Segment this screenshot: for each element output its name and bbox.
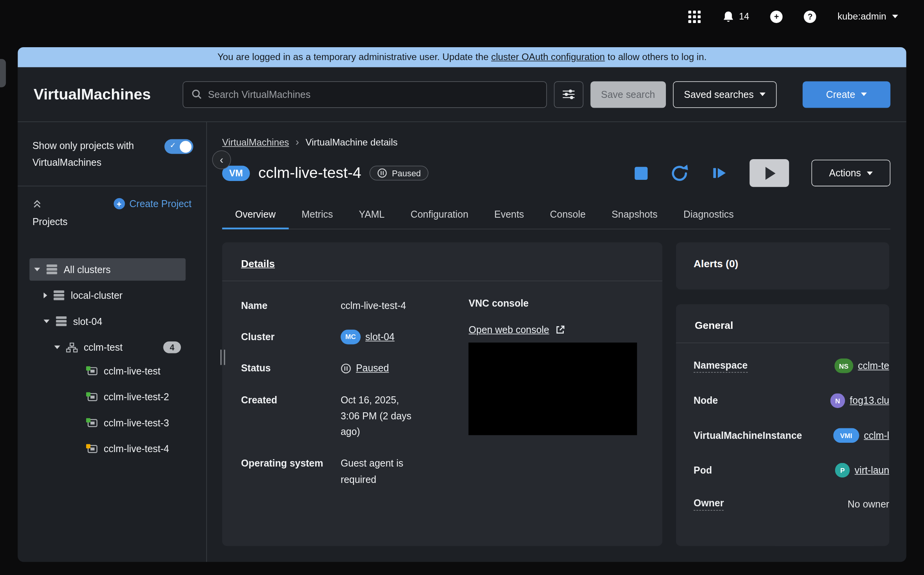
- tree-item-vm-4[interactable]: cclm-live-test-4: [30, 440, 186, 462]
- vm-paused-icon: [86, 444, 98, 454]
- detail-row-os: Operating system Guest agent is required: [241, 455, 433, 487]
- oauth-config-link[interactable]: cluster OAuth configuration: [491, 52, 605, 62]
- breadcrumb-current: VirtualMachine details: [306, 137, 398, 147]
- namespace-link[interactable]: cclm-te: [858, 360, 889, 372]
- chevron-right-icon: ›: [296, 136, 299, 149]
- restart-button[interactable]: [670, 163, 689, 182]
- banner-text-pre: You are logged in as a temporary adminis…: [218, 52, 491, 62]
- right-column: Alerts (0) General Namespace NS: [676, 242, 889, 546]
- sliders-icon: [562, 89, 575, 99]
- banner-text-post: to allow others to log in.: [605, 52, 707, 62]
- tab-overview[interactable]: Overview: [222, 201, 289, 229]
- cluster-link[interactable]: slot-04: [365, 329, 395, 345]
- tree-item-cclm-test[interactable]: cclm-test 4: [30, 336, 186, 358]
- grid-icon: [688, 10, 701, 23]
- play-button[interactable]: [750, 159, 789, 187]
- tree-item-vm-3[interactable]: cclm-live-test-3: [30, 414, 186, 436]
- notifications-button[interactable]: 14: [722, 10, 749, 23]
- chevron-down-icon: [44, 319, 50, 323]
- overview-cards: Details Name cclm-live-test-4 Cluster: [222, 242, 890, 546]
- managed-cluster-badge: MC: [341, 330, 361, 344]
- details-list: Name cclm-live-test-4 Cluster MC slot-04: [241, 298, 433, 487]
- detail-row-created: Created Oct 16, 2025, 3:06 PM (2 days ag…: [241, 392, 433, 440]
- create-button[interactable]: Create: [803, 81, 890, 108]
- advanced-search-button[interactable]: [554, 81, 584, 108]
- vnc-console-section: VNC console Open web console: [469, 298, 643, 487]
- tab-events[interactable]: Events: [481, 201, 537, 229]
- tab-diagnostics[interactable]: Diagnostics: [671, 201, 747, 229]
- saved-searches-button[interactable]: Saved searches: [673, 81, 777, 108]
- vmi-label: VirtualMachineInstance: [694, 430, 802, 441]
- vm-name-title: cclm-live-test-4: [258, 164, 361, 182]
- alerts-card: Alerts (0): [676, 242, 889, 289]
- vm-running-icon: [86, 418, 98, 428]
- sidebar-resize-handle[interactable]: [220, 350, 225, 365]
- chevron-down-icon: [861, 92, 867, 96]
- tab-snapshots[interactable]: Snapshots: [598, 201, 670, 229]
- owner-label[interactable]: Owner: [694, 498, 724, 511]
- breadcrumb-virtualmachines[interactable]: VirtualMachines: [222, 137, 289, 147]
- search-icon: [191, 89, 202, 99]
- general-row-namespace: Namespace NS cclm-te: [694, 358, 889, 373]
- actions-dropdown[interactable]: Actions: [811, 160, 890, 186]
- pod-label: Pod: [694, 465, 712, 476]
- user-menu[interactable]: kube:admin: [837, 11, 898, 22]
- general-row-pod: Pod P virt-laun: [694, 463, 889, 478]
- tree-item-local-cluster[interactable]: local-cluster: [30, 284, 186, 307]
- collapse-all-icon[interactable]: [32, 199, 42, 208]
- app-body: Show only projects with VirtualMachines …: [18, 121, 906, 562]
- node-badge: N: [830, 393, 845, 408]
- chevron-down-icon: [759, 92, 765, 96]
- tab-configuration[interactable]: Configuration: [398, 201, 481, 229]
- search-field[interactable]: [182, 81, 547, 108]
- tab-console[interactable]: Console: [537, 201, 598, 229]
- plus-circle-icon: +: [770, 10, 783, 23]
- vnc-preview[interactable]: [469, 343, 637, 435]
- open-web-console-link[interactable]: Open web console: [469, 324, 643, 335]
- help-button[interactable]: ?: [804, 10, 816, 23]
- details-card-title[interactable]: Details: [241, 258, 275, 270]
- projects-header: + Create Project Projects: [18, 186, 206, 228]
- toolbar: VirtualMachines Save search: [18, 67, 906, 121]
- pod-link[interactable]: virt-laun: [855, 465, 889, 476]
- tree-item-vm-1[interactable]: cclm-live-test: [30, 362, 186, 384]
- unpause-button[interactable]: [711, 165, 727, 181]
- masthead: 14 + ? kube:admin: [0, 0, 924, 33]
- pause-circle-icon: [341, 363, 351, 374]
- projects-sidebar: Show only projects with VirtualMachines …: [18, 122, 207, 562]
- vmi-link[interactable]: cclm-l: [864, 430, 889, 441]
- tab-yaml[interactable]: YAML: [346, 201, 398, 229]
- pause-circle-icon: [377, 168, 387, 178]
- vm-action-buttons: Actions: [635, 159, 890, 187]
- sidebar-collapse-button[interactable]: ‹: [212, 150, 231, 169]
- vnc-console-title: VNC console: [469, 298, 643, 309]
- stop-button[interactable]: [635, 167, 648, 179]
- page-title: VirtualMachines: [34, 85, 151, 103]
- vm-count-badge: 4: [163, 341, 181, 353]
- alerts-card-title: Alerts (0): [694, 258, 738, 270]
- toggle-knob: [180, 140, 191, 152]
- create-project-button[interactable]: + Create Project: [113, 198, 191, 209]
- check-icon: ✓: [170, 141, 176, 150]
- notification-count: 14: [739, 11, 749, 22]
- status-badge: Paused: [370, 166, 428, 181]
- tab-metrics[interactable]: Metrics: [289, 201, 346, 229]
- quick-create-button[interactable]: +: [770, 10, 783, 23]
- save-search-button[interactable]: Save search: [590, 81, 666, 108]
- status-link[interactable]: Paused: [356, 360, 389, 376]
- vm-running-icon: [86, 366, 98, 376]
- owner-value: No owner: [848, 499, 889, 510]
- drawer-handle[interactable]: [0, 59, 6, 87]
- cluster-icon: [55, 316, 67, 327]
- tree-item-all-clusters[interactable]: All clusters: [30, 258, 186, 280]
- project-icon: [66, 343, 78, 353]
- tree-item-slot-04[interactable]: slot-04: [30, 310, 186, 332]
- tab-bar: Overview Metrics YAML Configuration Even…: [222, 201, 890, 229]
- show-only-vm-projects-toggle[interactable]: ✓: [165, 139, 193, 154]
- node-link[interactable]: fog13.clu: [850, 395, 889, 406]
- namespace-label[interactable]: Namespace: [694, 359, 748, 372]
- search-input[interactable]: [208, 89, 538, 100]
- tree-item-vm-2[interactable]: cclm-live-test-2: [30, 388, 186, 410]
- app-launcher-icon[interactable]: [688, 10, 701, 23]
- cluster-icon: [46, 264, 58, 275]
